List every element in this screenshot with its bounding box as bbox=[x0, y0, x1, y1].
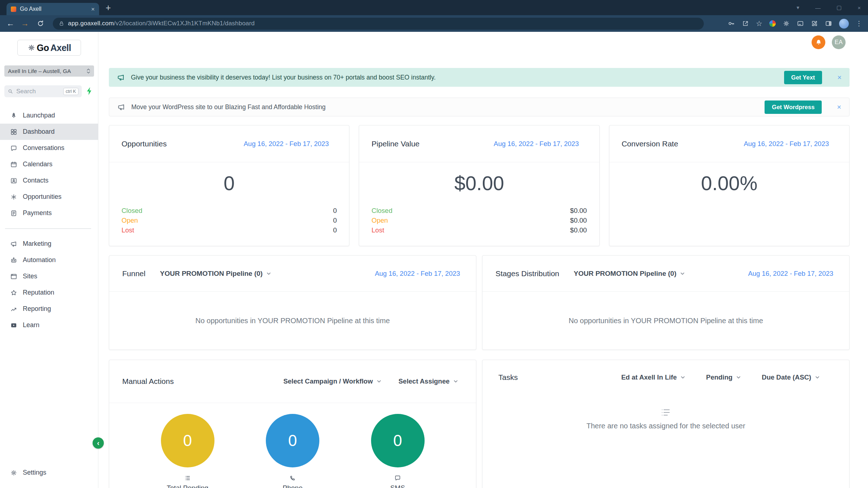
sidebar-item-label: Calendars bbox=[23, 160, 52, 168]
date-range[interactable]: Aug 16, 2022 - Feb 17, 2023 bbox=[375, 270, 460, 278]
sidebar-item-learn[interactable]: Learn bbox=[0, 317, 98, 333]
sidebar-item-reporting[interactable]: Reporting bbox=[0, 301, 98, 317]
sidebar-item-conversations[interactable]: Conversations bbox=[0, 140, 98, 156]
url-text: app.goaxell.com/v2/location/3iWktECw1XJh… bbox=[68, 20, 255, 27]
total-pending-count: 0 bbox=[161, 414, 214, 467]
chevron-down-icon bbox=[736, 374, 741, 380]
get-wordpress-button[interactable]: Get Wordpress bbox=[765, 100, 822, 114]
manual-stat-label: Phone bbox=[283, 484, 303, 488]
banner-close-icon[interactable]: × bbox=[837, 103, 841, 111]
reporting-icon bbox=[10, 305, 17, 313]
sidebar-collapse-button[interactable]: ‹ bbox=[93, 437, 104, 449]
sidebar-item-automation[interactable]: Automation bbox=[0, 252, 98, 268]
sms-count: 0 bbox=[371, 414, 425, 467]
browser-tab[interactable]: Go Axell × bbox=[7, 3, 99, 15]
yext-banner: Give your business the visibility it des… bbox=[109, 68, 850, 87]
manual-actions-card: Manual Actions Select Campaign / Workflo… bbox=[109, 360, 476, 488]
sidebar-item-marketing[interactable]: Marketing bbox=[0, 236, 98, 252]
stat-row: Closed0 bbox=[122, 206, 337, 215]
funnel-pipeline-selector[interactable]: YOUR PROMOTION Pipeline (0) bbox=[160, 270, 272, 278]
user-avatar[interactable]: EA bbox=[832, 35, 846, 49]
forward-button[interactable]: → bbox=[21, 20, 29, 27]
sidebar-item-label: Settings bbox=[23, 469, 46, 476]
new-tab-button[interactable]: + bbox=[106, 3, 111, 12]
share-icon[interactable] bbox=[742, 20, 749, 27]
reputation-star-icon bbox=[10, 289, 17, 296]
chevron-down-icon bbox=[814, 374, 820, 380]
date-range[interactable]: Aug 16, 2022 - Feb 17, 2023 bbox=[494, 140, 579, 148]
sidebar-item-opportunities[interactable]: Opportunities bbox=[0, 189, 98, 205]
reload-button[interactable] bbox=[37, 20, 44, 27]
stat-row: Lost0 bbox=[122, 225, 337, 235]
notifications-bell-button[interactable] bbox=[812, 35, 825, 49]
window-maximize-icon[interactable]: ▢ bbox=[837, 4, 842, 11]
extension-colored-icon[interactable] bbox=[769, 20, 776, 27]
dashboard-icon bbox=[10, 128, 17, 136]
sidebar-item-settings[interactable]: Settings bbox=[0, 465, 98, 481]
sidebar-item-contacts[interactable]: Contacts bbox=[0, 172, 98, 189]
window-chevron-icon[interactable]: ▾ bbox=[797, 4, 800, 11]
tab-favicon-icon bbox=[11, 7, 16, 12]
cast-icon[interactable] bbox=[797, 20, 804, 27]
browser-menu-icon[interactable]: ⋮ bbox=[856, 20, 862, 27]
location-selector[interactable]: Axell In Life – Austell, GA bbox=[4, 65, 94, 77]
page-topbar: EA bbox=[99, 32, 868, 53]
sidebar-item-calendars[interactable]: Calendars bbox=[0, 156, 98, 172]
learn-video-icon bbox=[10, 322, 17, 329]
bell-icon bbox=[815, 39, 822, 46]
stat-row: Lost$0.00 bbox=[371, 225, 587, 235]
sidebar-item-label: Reporting bbox=[23, 305, 51, 313]
campaign-workflow-selector[interactable]: Select Campaign / Workflow bbox=[283, 377, 382, 385]
funnel-card: Funnel YOUR PROMOTION Pipeline (0) Aug 1… bbox=[109, 255, 476, 350]
bookmark-star-icon[interactable]: ☆ bbox=[756, 20, 762, 27]
window-minimize-icon[interactable]: — bbox=[815, 5, 821, 11]
sidebar-item-label: Automation bbox=[23, 256, 56, 264]
stat-row: Open0 bbox=[122, 215, 337, 225]
sidebar-item-label: Reputation bbox=[23, 289, 54, 296]
conversations-icon bbox=[10, 145, 17, 152]
dashboard-content: Give your business the visibility it des… bbox=[99, 53, 868, 488]
side-panel-icon[interactable] bbox=[825, 20, 832, 27]
pipeline-total: $0.00 bbox=[359, 172, 599, 195]
sidebar-item-sites[interactable]: Sites bbox=[0, 268, 98, 284]
chevron-down-icon bbox=[680, 374, 686, 380]
goaxell-logo: GoAxell bbox=[17, 40, 81, 56]
assignee-selector[interactable]: Select Assignee bbox=[399, 377, 459, 385]
stat-row: Open$0.00 bbox=[371, 215, 587, 225]
location-updown-icon bbox=[86, 68, 90, 74]
payments-icon bbox=[10, 210, 17, 217]
chevron-down-icon bbox=[680, 271, 685, 277]
stages-distribution-card: Stages Distribution YOUR PROMOTION Pipel… bbox=[482, 255, 850, 350]
back-button[interactable]: ← bbox=[7, 20, 14, 27]
key-icon[interactable] bbox=[728, 20, 735, 27]
sidebar-item-payments[interactable]: Payments bbox=[0, 205, 98, 221]
tasks-sort-selector[interactable]: Due Date (ASC) bbox=[762, 373, 820, 381]
conversion-rate-card: Conversion Rate Aug 16, 2022 - Feb 17, 2… bbox=[609, 125, 850, 246]
get-yext-button[interactable]: Get Yext bbox=[784, 71, 822, 84]
date-range[interactable]: Aug 16, 2022 - Feb 17, 2023 bbox=[748, 270, 833, 278]
sidebar-item-launchpad[interactable]: Launchpad bbox=[0, 107, 98, 124]
automation-icon bbox=[10, 257, 17, 264]
quick-actions-bolt-icon[interactable] bbox=[85, 87, 93, 95]
stages-empty-message: No opportunities in YOUR PROMOTION Pipel… bbox=[569, 317, 763, 325]
sidebar-item-dashboard[interactable]: Dashboard bbox=[0, 124, 98, 140]
card-title: Opportunities bbox=[122, 140, 167, 148]
tasks-user-selector[interactable]: Ed at Axell In Life bbox=[621, 373, 686, 381]
search-input[interactable]: Search ctrl K bbox=[4, 85, 82, 97]
banner-close-icon[interactable]: × bbox=[837, 74, 842, 81]
sidebar-item-label: Payments bbox=[23, 209, 52, 217]
sidebar-item-reputation[interactable]: Reputation bbox=[0, 284, 98, 301]
gear-toolbar-icon[interactable] bbox=[783, 20, 790, 27]
settings-gear-icon bbox=[10, 469, 17, 476]
browser-toolbar: ← → app.goaxell.com/v2/location/3iWktECw… bbox=[0, 15, 868, 32]
date-range[interactable]: Aug 16, 2022 - Feb 17, 2023 bbox=[744, 140, 829, 148]
manual-stat-sms: 0 SMS bbox=[371, 414, 425, 488]
extensions-puzzle-icon[interactable] bbox=[811, 20, 818, 27]
stages-pipeline-selector[interactable]: YOUR PROMOTION Pipeline (0) bbox=[574, 270, 685, 278]
tasks-status-selector[interactable]: Pending bbox=[706, 373, 741, 381]
date-range[interactable]: Aug 16, 2022 - Feb 17, 2023 bbox=[244, 140, 329, 148]
tab-close-icon[interactable]: × bbox=[91, 6, 95, 12]
address-bar[interactable]: app.goaxell.com/v2/location/3iWktECw1XJh… bbox=[53, 18, 704, 30]
window-close-icon[interactable]: × bbox=[858, 5, 861, 11]
browser-profile-avatar[interactable] bbox=[839, 19, 849, 29]
